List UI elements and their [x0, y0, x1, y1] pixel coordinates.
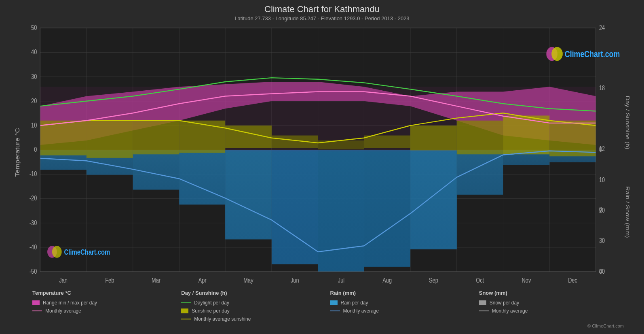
svg-text:20: 20: [599, 207, 605, 214]
svg-rect-55: [133, 121, 179, 155]
svg-text:Jul: Jul: [338, 277, 344, 284]
temp-avg-line-swatch: [32, 311, 42, 311]
chart-subtitle: Latitude 27.733 - Longitude 85.247 - Ele…: [8, 15, 636, 21]
svg-text:-20: -20: [30, 195, 37, 202]
svg-rect-54: [87, 121, 133, 158]
legend-rain-title: Rain (mm): [330, 290, 479, 296]
svg-rect-63: [503, 115, 550, 154]
legend-sunshine-label: Sunshine per day: [192, 308, 229, 314]
legend-sunshine-avg: Monthly average sunshine: [181, 316, 330, 322]
legend-sunshine-per-day: Sunshine per day: [181, 308, 330, 314]
legend-snow-avg-label: Monthly average: [492, 308, 528, 314]
svg-text:Apr: Apr: [198, 277, 207, 284]
svg-text:20: 20: [31, 97, 37, 104]
svg-text:50: 50: [31, 24, 37, 32]
svg-rect-45: [318, 150, 364, 272]
svg-text:Sep: Sep: [429, 277, 438, 284]
svg-rect-47: [410, 150, 457, 249]
legend-rain-avg-label: Monthly average: [343, 308, 379, 314]
svg-text:-40: -40: [30, 244, 37, 251]
legend-temp-avg: Monthly average: [32, 308, 181, 314]
svg-text:18: 18: [599, 85, 605, 92]
legend-snow-col: Snow (mm) Snow per day Monthly average: [479, 290, 628, 322]
legend-temp-title: Temperature °C: [32, 290, 181, 296]
legend-snow-label: Snow per day: [490, 300, 519, 306]
legend-daylight-label: Daylight per day: [194, 300, 229, 306]
svg-text:Jun: Jun: [291, 277, 299, 284]
legend-sunshine-col: Day / Sunshine (h) Daylight per day Suns…: [181, 290, 330, 322]
svg-text:Nov: Nov: [522, 277, 531, 284]
legend-rain-avg: Monthly average: [330, 308, 479, 314]
svg-rect-56: [179, 121, 225, 153]
y-axis-left-label: Temperature °C: [14, 128, 20, 177]
svg-rect-48: [457, 150, 503, 195]
svg-text:Mar: Mar: [152, 277, 160, 284]
legend-rain-label: Rain per day: [341, 300, 368, 306]
svg-text:10: 10: [599, 177, 605, 184]
svg-text:0: 0: [599, 146, 602, 153]
snow-avg-swatch: [479, 311, 489, 311]
chart-area: 50 40 30 20 10 0 -10 -20 -30 -40 -50 Tem…: [12, 23, 632, 287]
svg-text:Dec: Dec: [568, 277, 577, 284]
svg-text:Aug: Aug: [382, 277, 392, 284]
y-axis-right-top-label: Day / Sunshine (h): [625, 96, 631, 149]
svg-text:40: 40: [31, 49, 37, 56]
svg-point-100: [551, 47, 563, 61]
svg-text:Feb: Feb: [105, 277, 114, 284]
legend-daylight: Daylight per day: [181, 300, 330, 306]
rain-swatch: [330, 300, 338, 305]
y-axis-right-bottom-label: Rain / Snow (mm): [625, 186, 631, 238]
svg-text:40: 40: [599, 268, 605, 275]
brand-logo-bottom: ClimeChart.com: [64, 248, 110, 257]
rain-avg-swatch: [330, 311, 340, 311]
legend-sunshine-avg-label: Monthly average sunshine: [194, 316, 251, 322]
chart-title: Climate Chart for Kathmandu: [8, 4, 636, 15]
svg-text:Jan: Jan: [59, 277, 68, 284]
legend-temp-avg-label: Monthly average: [45, 308, 81, 314]
svg-text:24: 24: [599, 24, 605, 32]
svg-text:May: May: [243, 277, 253, 284]
copyright: © ClimeChart.com: [8, 323, 636, 330]
svg-text:-30: -30: [30, 219, 37, 226]
svg-rect-46: [364, 150, 410, 267]
svg-rect-53: [40, 121, 87, 155]
snow-swatch: [479, 300, 486, 305]
legend-snow-avg: Monthly average: [479, 308, 628, 314]
legend-rain-per-day: Rain per day: [330, 300, 479, 306]
brand-logo-top: ClimeChart.com: [565, 49, 620, 59]
sunshine-avg-swatch: [181, 319, 191, 319]
svg-text:30: 30: [31, 73, 37, 80]
legend-temp-col: Temperature °C Range min / max per day M…: [32, 290, 181, 322]
page-wrapper: Climate Chart for Kathmandu Latitude 27.…: [0, 0, 644, 334]
svg-rect-42: [179, 150, 225, 204]
svg-text:10: 10: [31, 122, 37, 129]
svg-rect-43: [225, 150, 272, 239]
svg-text:Oct: Oct: [476, 277, 484, 284]
svg-text:-50: -50: [30, 268, 37, 275]
legend-temp-range-label: Range min / max per day: [43, 300, 97, 306]
legend-rain-col: Rain (mm) Rain per day Monthly average: [330, 290, 479, 322]
legend-snow-per-day: Snow per day: [479, 300, 628, 306]
sunshine-swatch: [181, 308, 188, 313]
legend-snow-title: Snow (mm): [479, 290, 628, 296]
svg-text:0: 0: [34, 146, 37, 153]
main-chart-svg: 50 40 30 20 10 0 -10 -20 -30 -40 -50 Tem…: [12, 23, 632, 287]
legend-temp-range: Range min / max per day: [32, 300, 181, 306]
svg-rect-61: [410, 126, 457, 150]
svg-rect-62: [457, 121, 503, 155]
daylight-line-swatch: [181, 302, 191, 303]
chart-header: Climate Chart for Kathmandu Latitude 27.…: [8, 4, 636, 21]
svg-rect-41: [133, 150, 179, 189]
legend-sunshine-title: Day / Sunshine (h): [181, 290, 330, 296]
svg-text:-10: -10: [30, 170, 37, 178]
legend-area: Temperature °C Range min / max per day M…: [8, 287, 636, 323]
svg-rect-60: [364, 136, 410, 148]
svg-point-102: [52, 246, 62, 257]
svg-text:30: 30: [599, 237, 605, 245]
temp-range-swatch: [32, 300, 40, 305]
